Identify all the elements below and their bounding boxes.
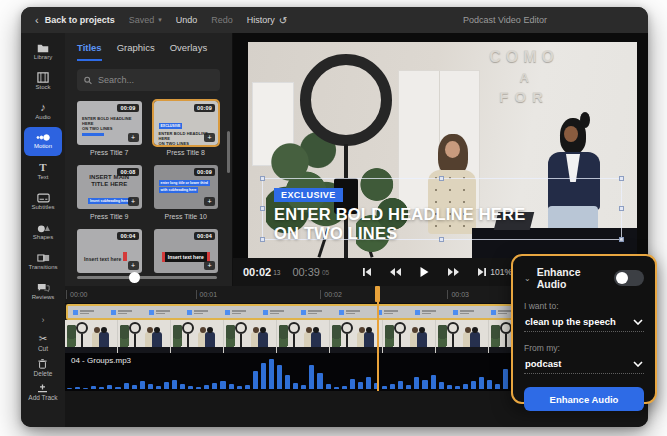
video-preview-area: COMO A FOR xyxy=(233,33,648,286)
title-card-name: Press Title 7 xyxy=(77,149,142,156)
overlay-badge: EXCLUSIVE xyxy=(274,188,343,202)
title-thumbnail: EXCLUSIVE ENTER BOLD HEADLINE HERE ON TW… xyxy=(154,101,219,145)
search-box[interactable] xyxy=(77,69,220,91)
add-title-button[interactable]: + xyxy=(128,133,139,142)
undo-button[interactable]: Undo xyxy=(176,15,198,25)
ruler-tick: 00:01 xyxy=(196,290,218,299)
cut-button[interactable]: ✂ Cut xyxy=(38,334,48,352)
playhead[interactable] xyxy=(377,286,379,391)
chevron-down-icon xyxy=(633,361,643,367)
enhance-panel-title: Enhance Audio xyxy=(537,266,608,290)
ruler-tick: 00:02 xyxy=(320,290,342,299)
total-frames: 05 xyxy=(322,269,329,276)
play-button[interactable] xyxy=(419,266,430,278)
saved-status: Saved xyxy=(129,15,155,25)
zoom-level[interactable]: 101% xyxy=(490,267,512,277)
collapse-chevron-icon[interactable]: › xyxy=(41,315,44,325)
ruler-tick: 00:00 xyxy=(66,290,88,299)
sidebar-item-library[interactable]: Library xyxy=(24,37,62,66)
title-card-name: Press Title 9 xyxy=(77,213,142,220)
title-card-insert-text-2[interactable]: Insert text here 00:04 + xyxy=(154,229,219,273)
sidebar-item-reviews[interactable]: Reviews xyxy=(24,277,62,306)
sidebar-item-audio[interactable]: ♪ Audio xyxy=(24,97,62,126)
panel-collapse-chevron-icon[interactable]: ⌄ xyxy=(524,274,531,283)
video-canvas[interactable]: COMO A FOR xyxy=(248,42,637,258)
add-title-button[interactable]: + xyxy=(128,197,139,206)
chevron-down-icon xyxy=(633,319,643,325)
sidebar-item-subtitles[interactable]: Subtitles xyxy=(24,187,62,216)
title-thumbnail: Insert text here 00:04 + xyxy=(154,229,219,273)
from-dropdown[interactable]: podcast xyxy=(524,353,644,374)
tab-graphics[interactable]: Graphics xyxy=(117,42,155,61)
current-time: 00:02 xyxy=(243,266,271,278)
title-card-name: Press Title 10 xyxy=(154,213,219,220)
top-toolbar: ‹ Back to projects Saved ▾ Undo Redo His… xyxy=(21,7,648,33)
film-icon xyxy=(37,72,49,83)
title-card-press-title-8[interactable]: EXCLUSIVE ENTER BOLD HEADLINE HERE ON TW… xyxy=(154,101,219,156)
duration-badge: 00:09 xyxy=(194,168,215,176)
rewind-button[interactable] xyxy=(389,267,402,277)
saved-caret-icon[interactable]: ▾ xyxy=(158,16,162,24)
redo-button[interactable]: Redo xyxy=(211,15,233,25)
enhance-audio-button[interactable]: Enhance Audio xyxy=(524,387,644,411)
duration-badge: 00:09 xyxy=(194,104,215,112)
add-track-icon xyxy=(37,384,48,393)
tab-overlays[interactable]: Overlays xyxy=(170,42,207,61)
title-card-press-title-7[interactable]: ENTER BOLD HEADLINE HERE ON TWO LINES 00… xyxy=(77,101,142,156)
titles-panel: Titles Graphics Overlays ENTER BOLD HEAD xyxy=(65,33,233,286)
history-clock-icon[interactable]: ↺ xyxy=(279,15,287,26)
subtitles-icon xyxy=(37,193,50,203)
title-card-insert-text-1[interactable]: Insert text here 00:04 + xyxy=(77,229,142,273)
selection-handle[interactable] xyxy=(260,237,265,242)
panel-tabs: Titles Graphics Overlays xyxy=(65,33,232,61)
ruler-tick: 00:03 xyxy=(447,290,469,299)
selection-handle[interactable] xyxy=(619,237,624,242)
scene-wall-letters: COMO A FOR xyxy=(489,48,559,105)
add-title-button[interactable]: + xyxy=(204,133,215,142)
sidebar-item-motion[interactable]: Motion xyxy=(24,127,62,156)
add-title-button[interactable]: + xyxy=(128,261,139,270)
title-overlay[interactable]: EXCLUSIVE ENTER BOLD HEADLINE HERE ON TW… xyxy=(274,184,525,243)
enhance-audio-toggle[interactable] xyxy=(614,270,644,286)
back-chevron-icon[interactable]: ‹ xyxy=(35,14,39,26)
from-label: From my: xyxy=(524,343,644,353)
add-title-button[interactable]: + xyxy=(204,197,215,206)
slider-knob[interactable] xyxy=(129,272,140,283)
skip-start-button[interactable] xyxy=(362,267,372,277)
title-thumbnail: INSERT MAIN TITLE HERE Insert subheading… xyxy=(77,165,142,209)
audio-clip-label: 04 - Groups.mp3 xyxy=(71,356,131,365)
left-sidebar: Library Stock ♪ Audio Motion T Text xyxy=(21,33,65,427)
title-thumbnail: enter long title or lower third with sub… xyxy=(154,165,219,209)
sidebar-item-shapes[interactable]: Shapes xyxy=(24,217,62,246)
skip-end-button[interactable] xyxy=(477,267,487,277)
selection-handle[interactable] xyxy=(260,206,265,211)
chat-bubbles-icon xyxy=(37,283,50,293)
sidebar-item-stock[interactable]: Stock xyxy=(24,67,62,96)
title-cards-grid: ENTER BOLD HEADLINE HERE ON TWO LINES 00… xyxy=(65,97,232,273)
add-title-button[interactable]: + xyxy=(204,261,215,270)
delete-button[interactable]: Delete xyxy=(34,359,53,377)
add-track-button[interactable]: Add Track xyxy=(28,384,57,401)
search-input[interactable] xyxy=(98,75,213,85)
selection-handle[interactable] xyxy=(619,206,624,211)
selection-handle[interactable] xyxy=(619,176,624,181)
selection-handle[interactable] xyxy=(439,176,444,181)
music-note-icon: ♪ xyxy=(40,102,46,113)
want-dropdown[interactable]: clean up the speech xyxy=(524,311,644,332)
title-card-press-title-9[interactable]: INSERT MAIN TITLE HERE Insert subheading… xyxy=(77,165,142,220)
selection-handle[interactable] xyxy=(260,176,265,181)
back-to-projects-button[interactable]: Back to projects xyxy=(45,15,115,25)
fast-forward-button[interactable] xyxy=(447,267,460,277)
panel-size-slider[interactable] xyxy=(77,276,217,279)
toggle-knob xyxy=(616,272,628,284)
title-card-press-title-10[interactable]: enter long title or lower third with sub… xyxy=(154,165,219,220)
motion-icon xyxy=(36,133,50,142)
sidebar-item-transitions[interactable]: Transitions xyxy=(24,247,62,276)
tab-titles[interactable]: Titles xyxy=(77,42,102,61)
panel-vertical-scrollbar[interactable] xyxy=(227,131,230,173)
sidebar-item-text[interactable]: T Text xyxy=(24,157,62,186)
duration-badge: 00:09 xyxy=(117,104,138,112)
overlay-headline-line2: ON TWO LINES xyxy=(274,224,525,243)
history-button[interactable]: History xyxy=(247,15,275,25)
folder-icon xyxy=(37,43,49,53)
